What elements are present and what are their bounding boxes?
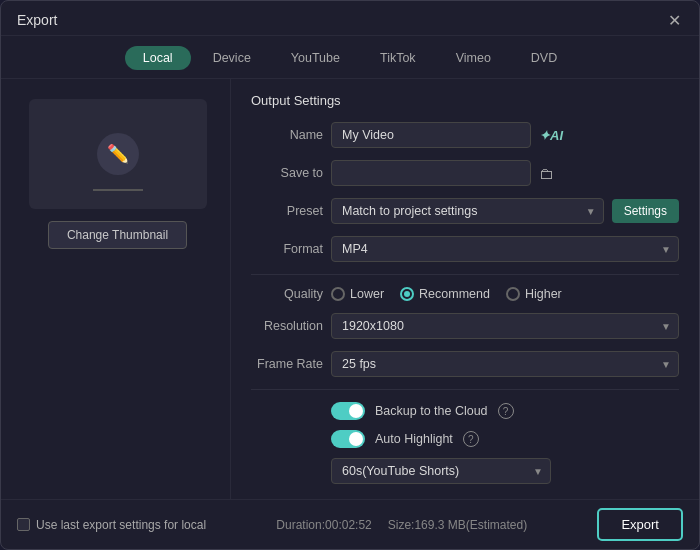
footer-info: Duration:00:02:52 Size:169.3 MB(Estimate… — [276, 518, 527, 532]
auto-highlight-info-icon[interactable]: ? — [463, 431, 479, 447]
save-to-input[interactable] — [331, 160, 531, 186]
backup-cloud-label: Backup to the Cloud — [375, 404, 488, 418]
preset-row: Preset Match to project settings ▼ Setti… — [251, 198, 679, 224]
name-label: Name — [251, 128, 323, 142]
frame-rate-row: Frame Rate 25 fps ▼ — [251, 351, 679, 377]
format-row: Format MP4 ▼ — [251, 236, 679, 262]
frame-rate-label: Frame Rate — [251, 357, 323, 371]
auto-highlight-duration-select[interactable]: 60s(YouTube Shorts) — [331, 458, 551, 484]
section-title: Output Settings — [251, 93, 679, 108]
resolution-select-wrapper: 1920x1080 ▼ — [331, 313, 679, 339]
tab-vimeo[interactable]: Vimeo — [438, 46, 509, 70]
backup-cloud-info-icon[interactable]: ? — [498, 403, 514, 419]
backup-cloud-row: Backup to the Cloud ? — [251, 402, 679, 420]
folder-icon[interactable]: 🗀 — [539, 165, 554, 182]
format-select[interactable]: MP4 — [331, 236, 679, 262]
tab-bar: Local Device YouTube TikTok Vimeo DVD — [1, 36, 699, 79]
quality-recommend-radio[interactable] — [400, 287, 414, 301]
quality-higher-label: Higher — [525, 287, 562, 301]
quality-label: Quality — [251, 287, 323, 301]
resolution-select[interactable]: 1920x1080 — [331, 313, 679, 339]
ai-icon[interactable]: ✦AI — [539, 128, 563, 143]
tab-tiktok[interactable]: TikTok — [362, 46, 434, 70]
export-button[interactable]: Export — [597, 508, 683, 541]
tab-local[interactable]: Local — [125, 46, 191, 70]
quality-lower-option[interactable]: Lower — [331, 287, 384, 301]
quality-radio-group: Lower Recommend Higher — [331, 287, 562, 301]
use-last-settings: Use last export settings for local — [17, 518, 206, 532]
format-select-wrapper: MP4 ▼ — [331, 236, 679, 262]
save-to-label: Save to — [251, 166, 323, 180]
use-last-settings-checkbox[interactable] — [17, 518, 30, 531]
tab-youtube[interactable]: YouTube — [273, 46, 358, 70]
auto-highlight-label: Auto Highlight — [375, 432, 453, 446]
window-title: Export — [17, 12, 57, 28]
preset-label: Preset — [251, 204, 323, 218]
content-area: ✏️ Change Thumbnail Output Settings Name… — [1, 79, 699, 499]
export-window: Export ✕ Local Device YouTube TikTok Vim… — [0, 0, 700, 550]
left-panel: ✏️ Change Thumbnail — [1, 79, 231, 499]
name-input[interactable] — [331, 122, 531, 148]
frame-rate-select[interactable]: 25 fps — [331, 351, 679, 377]
frame-rate-select-wrapper: 25 fps ▼ — [331, 351, 679, 377]
format-label: Format — [251, 242, 323, 256]
auto-highlight-select-row: 60s(YouTube Shorts) ▼ — [331, 458, 679, 484]
backup-cloud-toggle[interactable] — [331, 402, 365, 420]
quality-lower-radio[interactable] — [331, 287, 345, 301]
tab-device[interactable]: Device — [195, 46, 269, 70]
use-last-settings-label: Use last export settings for local — [36, 518, 206, 532]
settings-button[interactable]: Settings — [612, 199, 679, 223]
quality-lower-label: Lower — [350, 287, 384, 301]
title-bar: Export ✕ — [1, 1, 699, 36]
name-row: Name ✦AI — [251, 122, 679, 148]
divider-1 — [251, 274, 679, 275]
preset-select-wrapper: Match to project settings ▼ — [331, 198, 604, 224]
auto-highlight-row: Auto Highlight ? — [251, 430, 679, 448]
quality-recommend-label: Recommend — [419, 287, 490, 301]
resolution-row: Resolution 1920x1080 ▼ — [251, 313, 679, 339]
quality-row: Quality Lower Recommend Higher — [251, 287, 679, 301]
auto-highlight-toggle[interactable] — [331, 430, 365, 448]
quality-recommend-option[interactable]: Recommend — [400, 287, 490, 301]
resolution-label: Resolution — [251, 319, 323, 333]
close-button[interactable]: ✕ — [665, 11, 683, 29]
quality-higher-option[interactable]: Higher — [506, 287, 562, 301]
quality-higher-radio[interactable] — [506, 287, 520, 301]
change-thumbnail-button[interactable]: Change Thumbnail — [48, 221, 187, 249]
tab-dvd[interactable]: DVD — [513, 46, 575, 70]
duration-label: Duration:00:02:52 — [276, 518, 371, 532]
save-to-row: Save to 🗀 — [251, 160, 679, 186]
edit-thumbnail-icon: ✏️ — [97, 133, 139, 175]
divider-2 — [251, 389, 679, 390]
right-panel: Output Settings Name ✦AI Save to 🗀 Prese… — [231, 79, 699, 499]
auto-highlight-duration-wrapper: 60s(YouTube Shorts) ▼ — [331, 458, 551, 484]
preset-select[interactable]: Match to project settings — [331, 198, 604, 224]
footer: Use last export settings for local Durat… — [1, 499, 699, 549]
thumbnail-line — [93, 189, 143, 191]
size-label: Size:169.3 MB(Estimated) — [388, 518, 527, 532]
thumbnail-preview: ✏️ — [29, 99, 207, 209]
